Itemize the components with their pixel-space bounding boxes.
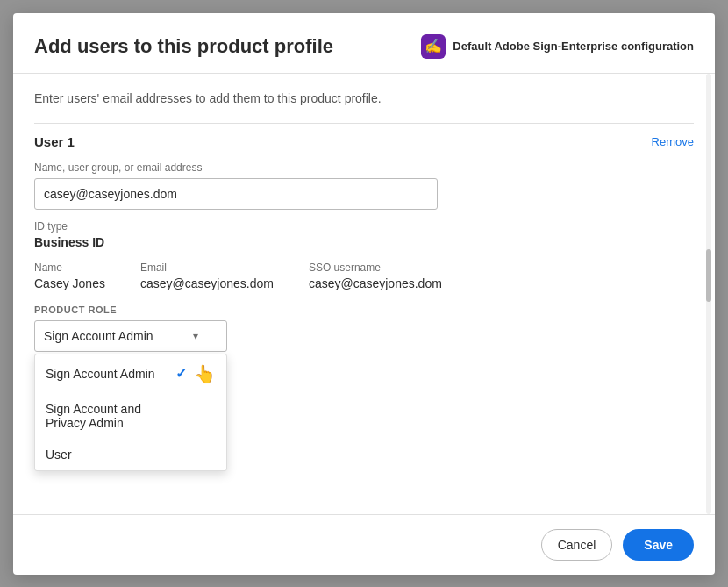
user1-section-header: User 1 Remove: [34, 134, 694, 149]
checkmark-icon: ✓: [175, 365, 187, 382]
user1-email-field-group: Name, user group, or email address: [34, 161, 694, 210]
dropdown-item-sign-account-admin[interactable]: Sign Account Admin ✓ 👆: [35, 354, 226, 393]
dropdown-item-sign-privacy-admin[interactable]: Sign Account andPrivacy Admin: [35, 393, 226, 439]
user1-name-col: Name Casey Jones: [34, 261, 105, 290]
dropdown-item-label: Sign Account Admin: [46, 367, 155, 381]
modal-overlay: Add users to this product profile ✍ Defa…: [0, 0, 728, 587]
dropdown-selected-value: Sign Account Admin: [44, 329, 153, 343]
dropdown-item-label-3: User: [46, 447, 72, 462]
sso-label: SSO username: [309, 261, 442, 274]
section-divider: [34, 123, 694, 124]
user1-info-row: Name Casey Jones Email casey@caseyjones.…: [34, 261, 694, 290]
dropdown-item-user[interactable]: User: [35, 439, 226, 470]
modal-footer: Cancel Save: [13, 514, 715, 575]
modal-subtitle: Enter users' email addresses to add them…: [34, 91, 694, 105]
modal-body: Enter users' email addresses to add them…: [13, 74, 715, 514]
product-role-dropdown[interactable]: Sign Account Admin ▾: [34, 320, 227, 352]
dropdown-arrow-icon: ▾: [193, 330, 198, 342]
email-field-label: Name, user group, or email address: [34, 161, 694, 174]
cursor-icon: 👆: [194, 363, 216, 384]
name-label: Name: [34, 261, 105, 274]
scrollbar-thumb: [706, 249, 711, 302]
sso-value: casey@caseyjones.dom: [309, 276, 442, 290]
modal-title: Add users to this product profile: [34, 35, 333, 58]
user1-email-col: Email casey@caseyjones.dom: [140, 261, 274, 290]
scrollbar[interactable]: [706, 74, 711, 514]
email-label: Email: [140, 261, 274, 274]
dropdown-item-label-2: Sign Account andPrivacy Admin: [46, 402, 141, 430]
name-value: Casey Jones: [34, 276, 105, 290]
modal-container: Add users to this product profile ✍ Defa…: [13, 13, 715, 575]
product-badge-label: Default Adobe Sign-Enterprise configurat…: [453, 39, 694, 53]
email-input[interactable]: [34, 178, 438, 210]
adobe-sign-icon: ✍: [421, 34, 446, 59]
save-button[interactable]: Save: [623, 529, 694, 561]
product-role-dropdown-container: Sign Account Admin ▾ Sign Account Admin …: [34, 320, 227, 352]
product-role-label: PRODUCT ROLE: [34, 304, 694, 315]
user1-sso-col: SSO username casey@caseyjones.dom: [309, 261, 442, 290]
modal-header: Add users to this product profile ✍ Defa…: [13, 13, 715, 74]
email-display: casey@caseyjones.dom: [140, 276, 274, 290]
remove-button[interactable]: Remove: [652, 135, 694, 148]
product-badge: ✍ Default Adobe Sign-Enterprise configur…: [421, 34, 694, 59]
product-role-dropdown-menu: Sign Account Admin ✓ 👆 Sign Account andP…: [34, 354, 227, 471]
user1-label: User 1: [34, 134, 75, 149]
id-type-value: Business ID: [34, 235, 694, 249]
id-type-label: ID type: [34, 220, 694, 233]
cancel-button[interactable]: Cancel: [541, 529, 613, 561]
